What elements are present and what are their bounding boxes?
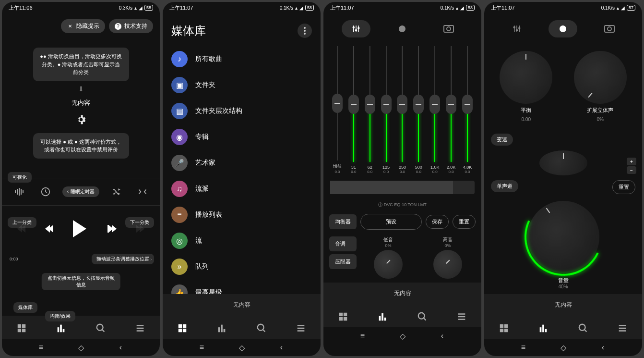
lib-item-all-songs[interactable]: ♪所有歌曲 [163,46,321,72]
sys-menu-icon[interactable]: ≡ [36,344,46,351]
nav-menu-icon[interactable] [133,321,147,335]
eq-band-125[interactable]: 125 0.0 [380,46,393,174]
sys-home-icon[interactable]: ◇ [559,344,568,351]
reset-button[interactable]: 重置 [453,215,476,229]
nav-search-icon[interactable] [416,310,429,323]
nav-menu-icon[interactable] [616,321,629,335]
lib-item-folder-hier[interactable]: ▤文件夹层次结构 [163,98,321,124]
svg-rect-69 [545,329,547,332]
sys-menu-icon[interactable]: ≡ [358,332,368,340]
lib-item-artists[interactable]: 🎤艺术家 [163,150,321,176]
nav-search-icon[interactable] [255,321,268,335]
mini-player[interactable]: 无内容 [323,283,481,304]
play-button[interactable] [73,220,86,237]
speed-up-button[interactable]: + [627,158,636,165]
svg-rect-43 [344,313,347,316]
tab-reverb[interactable] [595,20,624,37]
next-track-button[interactable] [138,225,144,233]
sys-home-icon[interactable]: ◇ [398,332,407,340]
nav-eq-icon[interactable] [54,321,68,335]
eq-band-2.0K[interactable]: 2.0K 0.0 [444,46,458,174]
eq-chip[interactable]: 均衡/效果 [45,311,75,321]
balance-knob[interactable] [500,51,552,104]
lib-item-streams[interactable]: ◎流 [163,228,321,254]
prev-track-button[interactable] [17,225,24,233]
svg-rect-64 [504,324,508,328]
tone-toggle[interactable]: 音调 [329,236,357,251]
eq-band-250[interactable]: 250 0.0 [395,46,409,174]
lib-item-folders[interactable]: ▣文件夹 [163,72,321,98]
eq-band-4.0K[interactable]: 4.0K 0.0 [461,46,474,174]
svg-rect-10 [58,327,60,332]
nav-search-icon[interactable] [576,321,590,335]
nav-library-icon[interactable] [176,321,189,335]
repeat-button[interactable] [133,183,152,200]
tab-vol[interactable] [549,20,577,37]
eq-band-1.0K[interactable]: 1.0K 0.0 [428,46,441,174]
sys-back-icon[interactable]: ‹ [116,344,126,351]
folder-icon: ▣ [171,77,188,93]
hide-hint-button[interactable]: ✕ 隐藏提示 [61,19,105,33]
tab-eq[interactable] [342,20,370,37]
sys-back-icon[interactable]: ‹ [277,344,286,351]
sys-menu-icon[interactable]: ≡ [197,344,207,351]
sys-back-icon[interactable]: ‹ [598,344,608,351]
settings-button[interactable] [76,115,86,124]
eq-band-500[interactable]: 500 0.0 [412,46,425,174]
speed-knob[interactable] [539,150,587,175]
eq-band-31[interactable]: 31 0.0 [347,46,360,174]
rewind-button[interactable] [45,225,52,233]
forward-button[interactable] [107,225,117,233]
lib-item-playlists[interactable]: ≡播放列表 [163,202,321,228]
music-note-icon: ♪ [171,51,188,67]
treble-knob[interactable] [433,250,462,279]
limiter-toggle[interactable]: 压限器 [329,254,357,269]
stereo-knob[interactable] [574,51,627,104]
library-list[interactable]: ♪所有歌曲 ▣文件夹 ▤文件夹层次结构 ◉专辑 🎤艺术家 ♫流派 ≡播放列表 ◎… [163,43,321,294]
sleep-timer-chip[interactable]: ‹ 睡眠定时器 [62,186,99,197]
nav-library-icon[interactable] [497,321,511,335]
speed-toggle[interactable]: 变速 [491,134,513,146]
eq-band-62[interactable]: 62 0.0 [363,46,377,174]
nav-library-icon[interactable] [15,321,28,335]
sys-back-icon[interactable]: ‹ [438,332,447,340]
timer-button[interactable] [36,183,55,200]
dsp-info[interactable]: ⓘ DVC EQ-10 TON LMT [323,199,481,211]
visualize-chip[interactable]: 可视化 [8,172,32,183]
tab-reverb[interactable] [434,20,463,37]
nav-library-icon[interactable] [336,310,350,323]
svg-rect-27 [224,329,226,332]
mini-player[interactable]: 无内容 [163,294,321,316]
support-button[interactable]: ? 技术支持 [109,19,153,33]
tab-vol[interactable] [388,20,417,37]
nav-search-icon[interactable] [94,321,107,335]
eq-band-增益[interactable]: 增益 0.0 [331,46,344,174]
bass-knob[interactable] [374,250,403,279]
nav-eq-icon[interactable] [376,310,389,323]
nav-menu-icon[interactable] [294,321,308,335]
mini-player[interactable]: 无内容 [484,294,642,316]
visualizer-button[interactable] [10,183,29,200]
nav-eq-icon[interactable] [537,321,550,335]
lib-item-top-rated[interactable]: 👍最高星级 [163,280,321,294]
speed-down-button[interactable]: − [627,166,636,174]
tab-eq[interactable] [502,20,531,37]
mono-toggle[interactable]: 单声道 [491,180,518,192]
volume-knob[interactable] [527,201,599,273]
lib-item-queue[interactable]: »队列 [163,254,321,280]
shuffle-button[interactable] [107,183,126,200]
eq-toggle[interactable]: 均衡器 [329,214,357,229]
sys-menu-icon[interactable]: ≡ [519,344,528,351]
reset-button[interactable]: 重置 [612,180,635,194]
library-chip[interactable]: 媒体库 [13,302,37,313]
lib-item-albums[interactable]: ◉专辑 [163,124,321,150]
nav-menu-icon[interactable] [455,310,468,323]
save-button[interactable]: 保存 [426,215,449,229]
lib-item-genres[interactable]: ♫流派 [163,176,321,202]
sys-home-icon[interactable]: ◇ [237,344,247,351]
nav-eq-icon[interactable] [215,321,228,335]
more-button[interactable] [298,24,312,38]
preset-button[interactable]: 预设 [360,214,422,230]
svg-point-28 [257,324,263,331]
sys-home-icon[interactable]: ◇ [76,344,86,351]
